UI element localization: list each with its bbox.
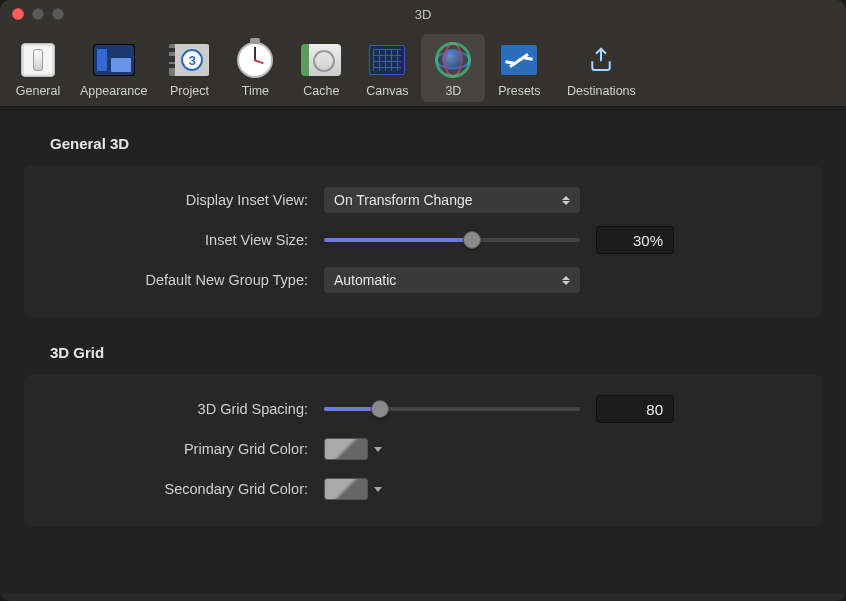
presets-icon — [501, 45, 537, 75]
cache-icon — [301, 44, 341, 76]
preferences-window: 3D General Appearance 3 Project Time Cac… — [0, 0, 846, 601]
label: Default New Group Type: — [44, 272, 324, 288]
tab-destinations[interactable]: Destinations — [553, 34, 649, 102]
window-title: 3D — [0, 7, 846, 22]
content-area: General 3D Display Inset View: On Transf… — [0, 107, 846, 594]
slider-thumb[interactable] — [371, 400, 389, 418]
close-button[interactable] — [12, 8, 24, 20]
3d-icon — [433, 40, 473, 80]
tab-cache[interactable]: Cache — [289, 34, 353, 102]
tab-label: Appearance — [80, 84, 147, 98]
chevron-updown-icon — [562, 196, 570, 205]
slider-thumb[interactable] — [463, 231, 481, 249]
chevron-updown-icon — [562, 276, 570, 285]
panel-3d-grid: 3D Grid Spacing: 80 Primary Grid Color: — [24, 375, 822, 527]
tab-canvas[interactable]: Canvas — [355, 34, 419, 102]
section-title: General 3D — [10, 135, 836, 166]
window-controls — [12, 8, 64, 20]
primary-grid-color-well[interactable] — [324, 438, 368, 460]
secondary-grid-color-menu[interactable] — [374, 487, 382, 492]
tab-general[interactable]: General — [6, 34, 70, 102]
titlebar: 3D — [0, 0, 846, 28]
row-3d-grid-spacing: 3D Grid Spacing: 80 — [44, 389, 802, 429]
inset-view-size-value[interactable]: 30% — [596, 226, 674, 254]
tab-label: General — [16, 84, 60, 98]
primary-grid-color-menu[interactable] — [374, 447, 382, 452]
tab-label: Destinations — [567, 84, 636, 98]
tab-project[interactable]: 3 Project — [157, 34, 221, 102]
tab-appearance[interactable]: Appearance — [72, 34, 155, 102]
time-icon — [237, 42, 273, 78]
tab-time[interactable]: Time — [223, 34, 287, 102]
row-display-inset-view: Display Inset View: On Transform Change — [44, 180, 802, 220]
tab-label: Project — [170, 84, 209, 98]
canvas-icon — [369, 45, 405, 75]
section-general-3d: General 3D Display Inset View: On Transf… — [10, 135, 836, 318]
grid-spacing-value[interactable]: 80 — [596, 395, 674, 423]
row-default-new-group-type: Default New Group Type: Automatic — [44, 260, 802, 300]
minimize-button[interactable] — [32, 8, 44, 20]
tab-label: Canvas — [366, 84, 408, 98]
label: 3D Grid Spacing: — [44, 401, 324, 417]
project-icon: 3 — [169, 44, 209, 76]
tab-3d[interactable]: 3D — [421, 34, 485, 102]
prefs-toolbar: General Appearance 3 Project Time Cache … — [0, 28, 846, 107]
panel-general-3d: Display Inset View: On Transform Change … — [24, 166, 822, 318]
select-value: On Transform Change — [334, 192, 473, 208]
grid-spacing-slider[interactable] — [324, 399, 580, 419]
tab-label: Cache — [303, 84, 339, 98]
appearance-icon — [94, 45, 134, 75]
default-new-group-type-select[interactable]: Automatic — [324, 267, 580, 293]
inset-view-size-slider[interactable] — [324, 230, 580, 250]
row-secondary-grid-color: Secondary Grid Color: — [44, 469, 802, 509]
label: Secondary Grid Color: — [44, 481, 324, 497]
select-value: Automatic — [334, 272, 396, 288]
row-inset-view-size: Inset View Size: 30% — [44, 220, 802, 260]
label: Inset View Size: — [44, 232, 324, 248]
label: Display Inset View: — [44, 192, 324, 208]
tab-label: Time — [242, 84, 269, 98]
display-inset-view-select[interactable]: On Transform Change — [324, 187, 580, 213]
share-icon — [586, 45, 616, 75]
label: Primary Grid Color: — [44, 441, 324, 457]
zoom-button[interactable] — [52, 8, 64, 20]
general-icon — [21, 43, 55, 77]
section-title: 3D Grid — [10, 344, 836, 375]
secondary-grid-color-well[interactable] — [324, 478, 368, 500]
row-primary-grid-color: Primary Grid Color: — [44, 429, 802, 469]
tab-presets[interactable]: Presets — [487, 34, 551, 102]
tab-label: 3D — [445, 84, 461, 98]
tab-label: Presets — [498, 84, 540, 98]
section-3d-grid: 3D Grid 3D Grid Spacing: 80 Primary Grid — [10, 344, 836, 527]
